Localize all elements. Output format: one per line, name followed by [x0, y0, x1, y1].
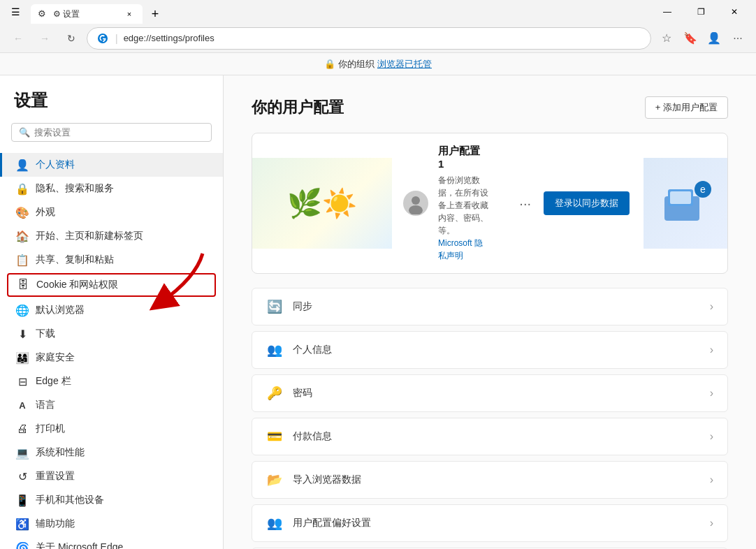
settings-tab-title: ⚙ 设置: [53, 8, 119, 20]
profile-banner: 🌿☀️: [252, 158, 392, 249]
section-payment-label: 付款信息: [293, 430, 700, 443]
system-icon: 💻: [16, 446, 29, 459]
search-icon: 🔍: [19, 127, 30, 138]
edge-logo: [96, 31, 110, 45]
sidebar-item-start[interactable]: 🏠 开始、主页和新建标签页: [0, 224, 223, 248]
import-icon: 📂: [266, 471, 283, 488]
profile-text: 用户配置 1 备份浏览数据，在所有设备上查看收藏内容、密码、等。 Microso…: [438, 145, 488, 262]
preferences-icon: 👥: [266, 515, 283, 532]
sidebar-item-language[interactable]: A 语言: [0, 393, 223, 417]
collections-icon[interactable]: 🔖: [679, 27, 702, 50]
sidebar-item-share[interactable]: 📋 共享、复制和粘贴: [0, 248, 223, 272]
sidebar-item-profile-label: 个人资料: [36, 159, 209, 171]
new-tab-button[interactable]: +: [145, 4, 165, 24]
sidebar-item-reset[interactable]: ↺ 重置设置: [0, 464, 223, 488]
sidebar-item-share-label: 共享、复制和粘贴: [36, 254, 209, 266]
sidebar-item-system[interactable]: 💻 系统和性能: [0, 441, 223, 464]
print-icon: 🖨: [16, 423, 29, 435]
sidebar-item-accessibility[interactable]: ♿ 辅助功能: [0, 512, 223, 536]
sidebar-item-appearance-label: 外观: [36, 206, 209, 219]
sidebar-title: 设置: [0, 89, 223, 123]
profile-more-button[interactable]: ···: [514, 193, 537, 214]
reset-icon: ↺: [16, 470, 29, 483]
about-icon: 🌀: [16, 541, 29, 549]
search-input[interactable]: [34, 127, 204, 138]
settings-tab-close-button[interactable]: ×: [123, 8, 136, 20]
address-bar-container: |: [87, 27, 651, 50]
section-item-import[interactable]: 📂 导入浏览器数据 ›: [252, 461, 728, 499]
sidebar-item-about-label: 关于 Microsoft Edge: [36, 541, 209, 549]
sidebar-item-mobile-label: 手机和其他设备: [36, 494, 209, 506]
sync-button[interactable]: 登录以同步数据: [544, 191, 630, 215]
sidebar-item-privacy[interactable]: 🔒 隐私、搜索和服务: [0, 177, 223, 200]
password-arrow-icon: ›: [710, 387, 713, 400]
profile-description: 备份浏览数据，在所有设备上查看收藏内容、密码、等。 Microsoft 隐私声明: [438, 174, 488, 262]
more-options-icon[interactable]: ···: [727, 27, 749, 50]
main-layout: 设置 🔍 👤 个人资料 🔒 隐私、搜索和服务 🎨 外观 🏠 开始、主页和新建标签…: [0, 75, 756, 549]
payment-arrow-icon: ›: [710, 430, 713, 443]
sidebar-item-download[interactable]: ⬇ 下载: [0, 322, 223, 346]
content-area: 你的用户配置 + 添加用户配置 🌿☀️ 用户配置 1: [224, 75, 756, 549]
sidebar-item-default-browser-label: 默认浏览器: [36, 304, 209, 316]
sidebar-item-about[interactable]: 🌀 关于 Microsoft Edge: [0, 536, 223, 549]
sidebar-item-appearance[interactable]: 🎨 外观: [0, 200, 223, 224]
sidebar-item-cookies[interactable]: 🗄 Cookie 和网站权限: [7, 273, 216, 297]
sidebar-toggle-button[interactable]: ☰: [6, 2, 25, 22]
refresh-button[interactable]: ↻: [60, 27, 82, 50]
svg-rect-6: [670, 191, 691, 204]
nav-right-icons: ☆ 🔖 👤 ···: [655, 27, 749, 50]
privacy-statement-link[interactable]: Microsoft 隐私声明: [438, 238, 483, 261]
edge-bar-icon: ⊟: [16, 375, 29, 388]
close-button[interactable]: ✕: [718, 0, 750, 24]
sidebar-item-profile[interactable]: 👤 个人资料: [0, 153, 223, 177]
mobile-icon: 📱: [16, 494, 29, 506]
tab-bar: ⚙ ⚙ 设置 × +: [31, 0, 651, 24]
settings-tab[interactable]: ⚙ ⚙ 设置 ×: [31, 4, 143, 24]
title-bar-right: — ❐ ✕: [651, 0, 750, 24]
section-personal-info-label: 个人信息: [293, 344, 700, 356]
accessibility-icon: ♿: [16, 518, 29, 530]
sidebar-item-language-label: 语言: [36, 399, 209, 411]
notification-text: 你的组织: [338, 58, 375, 71]
profile-icon: 👤: [16, 159, 29, 171]
personal-info-arrow-icon: ›: [710, 344, 713, 356]
language-icon: A: [16, 399, 29, 411]
profile-info-container: 用户配置 1 备份浏览数据，在所有设备上查看收藏内容、密码、等。 Microso…: [392, 133, 500, 273]
restore-button[interactable]: ❐: [685, 0, 717, 24]
section-item-sync[interactable]: 🔄 同步 ›: [252, 288, 728, 325]
address-input[interactable]: [124, 33, 642, 43]
add-profile-button[interactable]: + 添加用户配置: [645, 96, 728, 119]
section-item-personal-info[interactable]: 👥 个人信息 ›: [252, 331, 728, 369]
managed-browser-link[interactable]: 浏览器已托管: [377, 58, 432, 71]
sidebar-item-print[interactable]: 🖨 打印机: [0, 417, 223, 441]
sidebar-item-edge-bar[interactable]: ⊟ Edge 栏: [0, 369, 223, 393]
minimize-button[interactable]: —: [651, 0, 683, 24]
forward-button[interactable]: →: [34, 27, 56, 50]
account-icon[interactable]: 👤: [703, 27, 725, 50]
section-item-preferences[interactable]: 👥 用户配置偏好设置 ›: [252, 504, 728, 542]
sidebar-item-family[interactable]: 👨‍👩‍👧 家庭安全: [0, 346, 223, 369]
sidebar-item-download-label: 下载: [36, 328, 209, 340]
profile-illustration: e: [644, 158, 727, 249]
personal-info-icon: 👥: [266, 342, 283, 358]
profile-desc-text: 备份浏览数据，在所有设备上查看收藏内容、密码、等。: [438, 175, 488, 235]
avatar: [403, 191, 428, 216]
profile-name: 用户配置 1: [438, 145, 488, 170]
section-item-password[interactable]: 🔑 密码 ›: [252, 374, 728, 412]
sidebar-item-print-label: 打印机: [36, 423, 209, 435]
sidebar-item-reset-label: 重置设置: [36, 470, 209, 483]
lock-icon: 🔒: [324, 59, 335, 69]
back-button[interactable]: ←: [7, 27, 29, 50]
svg-text:e: e: [700, 184, 706, 195]
section-sync-label: 同步: [293, 300, 700, 313]
favorites-icon[interactable]: ☆: [655, 27, 678, 50]
notification-bar: 🔒 你的组织 浏览器已托管: [0, 53, 756, 75]
nav-bar: ← → ↻ | ☆ 🔖 👤 ···: [0, 24, 756, 53]
sidebar-search-box[interactable]: 🔍: [11, 123, 212, 142]
import-arrow-icon: ›: [710, 474, 713, 486]
content-header: 你的用户配置 + 添加用户配置: [252, 96, 728, 119]
sync-icon: 🔄: [266, 298, 283, 315]
sidebar-item-mobile[interactable]: 📱 手机和其他设备: [0, 488, 223, 512]
sidebar-item-default-browser[interactable]: 🌐 默认浏览器: [0, 298, 223, 322]
section-item-payment[interactable]: 💳 付款信息 ›: [252, 418, 728, 455]
